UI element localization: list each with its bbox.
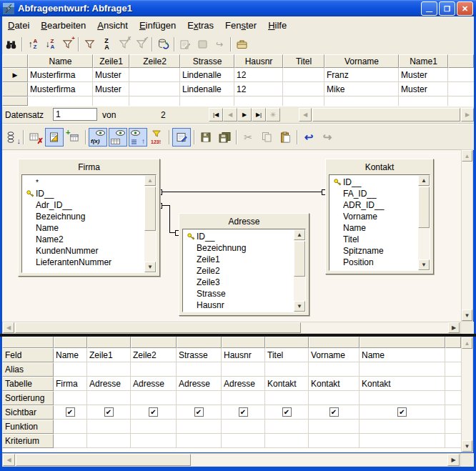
field-list-scrollbar[interactable]: ▲ ▼ bbox=[294, 229, 305, 312]
new-record-button[interactable]: ✳ bbox=[266, 108, 280, 122]
column-selector[interactable] bbox=[309, 337, 360, 348]
scroll-up-button[interactable]: ▲ bbox=[462, 337, 472, 349]
show-table-names-button[interactable] bbox=[109, 128, 127, 147]
field-item[interactable]: LieferantenNummer bbox=[22, 257, 156, 268]
grid-cell[interactable] bbox=[54, 391, 87, 405]
grid-cell[interactable] bbox=[309, 391, 360, 405]
grid-cell[interactable] bbox=[131, 434, 177, 448]
column-selector[interactable] bbox=[131, 337, 177, 348]
grid-cell[interactable] bbox=[131, 420, 177, 434]
grid-cell[interactable]: Kontakt bbox=[309, 377, 360, 391]
field-item[interactable]: Hausnr bbox=[183, 299, 305, 311]
paste-button[interactable] bbox=[277, 129, 294, 146]
field-item[interactable]: Zeile1 bbox=[183, 254, 305, 265]
column-selector[interactable] bbox=[177, 337, 222, 348]
scroll-up-button[interactable]: ▲ bbox=[144, 175, 156, 186]
column-header[interactable]: Zeile2 bbox=[129, 54, 180, 68]
column-header[interactable]: Strasse bbox=[180, 54, 234, 68]
grid-cell[interactable]: Adresse bbox=[87, 377, 131, 391]
grid-cell[interactable]: Zeile2 bbox=[131, 348, 177, 362]
record-number-input[interactable]: 1 bbox=[53, 108, 97, 121]
grid-cell[interactable] bbox=[360, 362, 445, 377]
design-grid-vscrollbar[interactable]: ▲ ▼ bbox=[461, 337, 473, 452]
grid-cell[interactable]: Strasse bbox=[177, 348, 222, 362]
grid-cell[interactable] bbox=[87, 391, 131, 405]
grid-cell[interactable] bbox=[131, 362, 177, 377]
menu-datei[interactable]: Datei bbox=[2, 18, 35, 33]
filter-remove-button[interactable]: ✗ bbox=[116, 36, 132, 52]
grid-cell[interactable]: Lindenalle bbox=[180, 82, 234, 96]
grid-cell[interactable]: Name bbox=[360, 348, 445, 362]
grid-cell[interactable]: 12 bbox=[234, 82, 283, 96]
canvas-vscrollbar[interactable]: ▲ ▼ bbox=[461, 149, 473, 322]
grid-cell[interactable] bbox=[87, 434, 131, 448]
filter-apply-button[interactable]: ✔ bbox=[133, 36, 149, 52]
menu-einfuegen[interactable]: Einfügen bbox=[134, 18, 182, 33]
field-item[interactable]: ID__ bbox=[329, 177, 430, 188]
grid-cell[interactable]: Franz bbox=[324, 68, 399, 82]
grid-cell[interactable] bbox=[177, 362, 222, 377]
visible-checkbox[interactable]: ✔ bbox=[239, 407, 248, 417]
grid-cell[interactable] bbox=[222, 391, 265, 405]
scroll-down-button[interactable]: ▼ bbox=[294, 301, 305, 312]
grid-cell[interactable]: Mike bbox=[324, 82, 399, 96]
datasheet-scroll-left-button[interactable]: ◀ bbox=[299, 108, 312, 122]
row-selector[interactable] bbox=[2, 96, 28, 106]
grid-cell[interactable] bbox=[265, 434, 309, 448]
filter-add-button[interactable]: + bbox=[59, 36, 75, 52]
row-header[interactable]: Alias bbox=[2, 362, 54, 377]
menu-bearbeiten[interactable]: Bearbeiten bbox=[35, 18, 91, 33]
grid-cell[interactable]: Kontakt bbox=[265, 377, 309, 391]
field-item[interactable]: ADR_ID__ bbox=[329, 199, 430, 211]
grid-cell[interactable] bbox=[177, 434, 222, 448]
grid-cell[interactable]: Hausnr bbox=[222, 348, 265, 362]
save-button[interactable] bbox=[197, 129, 214, 146]
grid-cell[interactable]: Musterfirma bbox=[28, 82, 93, 96]
design-table-adresse[interactable]: Adresse ID__ Bezeichnung Zeile1 Zeile2 Z… bbox=[179, 213, 309, 316]
column-selector[interactable] bbox=[87, 337, 131, 348]
first-record-button[interactable]: |◀ bbox=[209, 108, 223, 122]
menu-fenster[interactable]: Fenster bbox=[219, 18, 262, 33]
refresh-data-button[interactable] bbox=[155, 36, 171, 52]
column-selector[interactable] bbox=[265, 337, 309, 348]
field-item[interactable]: Bezeichnung bbox=[22, 211, 156, 222]
scroll-thumb[interactable] bbox=[16, 454, 191, 466]
copy-button[interactable] bbox=[258, 129, 275, 146]
column-header[interactable]: Name bbox=[28, 54, 93, 68]
visible-checkbox[interactable]: ✔ bbox=[104, 407, 114, 417]
field-item[interactable]: Adr_ID__ bbox=[22, 199, 156, 211]
edit-form-button[interactable] bbox=[172, 128, 191, 147]
grid-cell[interactable]: Titel bbox=[265, 348, 309, 362]
grid-cell[interactable]: Muster bbox=[399, 68, 448, 82]
grid-cell[interactable] bbox=[87, 420, 131, 434]
scroll-down-button[interactable]: ▼ bbox=[462, 440, 472, 452]
save-all-button[interactable] bbox=[216, 129, 233, 146]
field-item[interactable]: Vorname bbox=[329, 211, 430, 222]
field-item[interactable]: KundenNummer bbox=[22, 245, 156, 257]
menu-hilfe[interactable]: Hilfe bbox=[262, 18, 292, 33]
grid-cell[interactable]: Name bbox=[54, 348, 87, 362]
row-header[interactable]: Tabelle bbox=[2, 377, 54, 391]
canvas-hscrollbar[interactable]: ◀ ▶ bbox=[2, 322, 461, 334]
field-item[interactable]: Zeile3 bbox=[183, 277, 305, 288]
field-item[interactable]: Spitzname bbox=[329, 245, 430, 257]
last-record-button[interactable]: ▶| bbox=[252, 108, 266, 122]
row-header[interactable]: Feld bbox=[2, 348, 54, 362]
column-selector[interactable] bbox=[54, 337, 87, 348]
grid-cell[interactable]: Adresse bbox=[131, 377, 177, 391]
filter-button[interactable] bbox=[81, 36, 97, 52]
grid-cell[interactable] bbox=[360, 434, 445, 448]
table-title[interactable]: Kontakt bbox=[326, 159, 433, 174]
row-selector[interactable] bbox=[2, 82, 28, 96]
scroll-left-button[interactable]: ◀ bbox=[3, 322, 14, 333]
grid-cell[interactable]: 12 bbox=[234, 68, 283, 82]
grid-cell[interactable] bbox=[222, 420, 265, 434]
grid-cell[interactable] bbox=[283, 82, 324, 96]
visible-checkbox[interactable]: ✔ bbox=[194, 407, 204, 417]
grid-cell[interactable] bbox=[54, 362, 87, 377]
scroll-right-button[interactable]: ▶ bbox=[447, 454, 460, 466]
grid-cell[interactable]: Adresse bbox=[222, 377, 265, 391]
table-title[interactable]: Adresse bbox=[179, 214, 309, 229]
grid-cell[interactable] bbox=[222, 362, 265, 377]
redo-button[interactable]: ↪ bbox=[319, 129, 336, 146]
